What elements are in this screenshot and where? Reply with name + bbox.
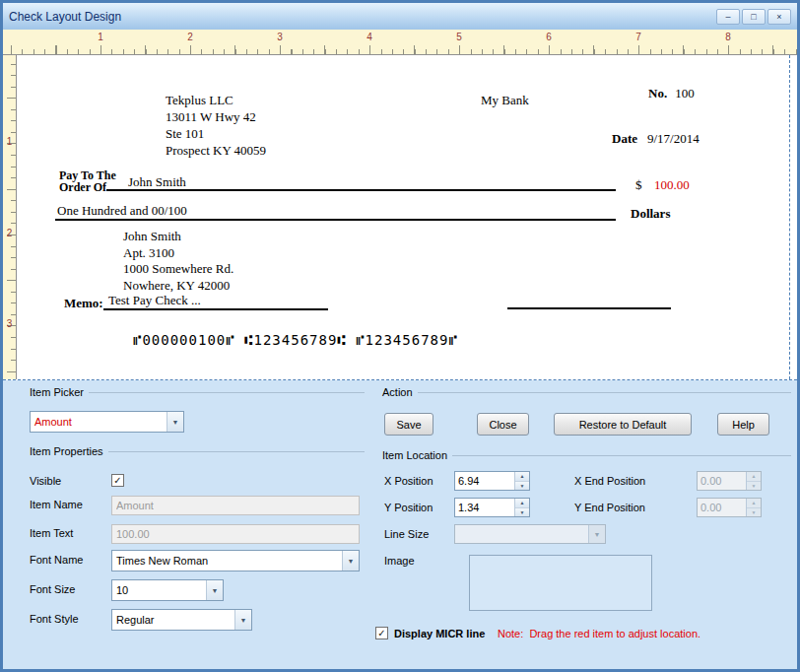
ruler-major-ticks xyxy=(11,45,797,54)
chevron-down-icon: ▼ xyxy=(588,525,605,543)
spin-down-icon[interactable]: ▼ xyxy=(515,482,529,491)
x-end-position-spinner: ▲ ▼ xyxy=(697,471,762,491)
spinner-buttons: ▲ ▼ xyxy=(514,472,529,490)
ruler-number: 2 xyxy=(183,32,197,42)
ruler-number: 8 xyxy=(721,32,735,42)
payee-address-line: 1000 Somewhere Rd. xyxy=(123,261,233,278)
window-controls: – □ × xyxy=(716,9,791,25)
line-size-select: ▼ xyxy=(454,524,606,544)
amount-words: One Hundred and 00/100 xyxy=(57,203,187,218)
payee-line[interactable]: John Smith xyxy=(106,174,616,191)
ruler-number: 3 xyxy=(273,32,287,42)
checkmark-icon: ✓ xyxy=(377,629,385,638)
group-item-picker: Item Picker xyxy=(30,386,365,398)
spin-up-icon[interactable]: ▲ xyxy=(515,472,529,482)
ruler-number: 4 xyxy=(363,32,376,42)
check-layout-design-window: Check Layout Design – □ × 1 2 3 4 5 6 7 … xyxy=(0,0,800,672)
drag-note: Note: Drag the red item to adjust locati… xyxy=(498,628,700,639)
line-size-value xyxy=(455,525,588,543)
font-size-value: 10 xyxy=(112,580,206,600)
properties-panel: Item Picker Amount ▼ Item Properties Vis… xyxy=(3,380,797,669)
check-date[interactable]: Date 9/17/2014 xyxy=(612,131,700,147)
window-title: Check Layout Design xyxy=(9,10,121,24)
restore-to-default-button[interactable]: Restore to Default xyxy=(554,413,692,436)
spin-up-icon[interactable]: ▲ xyxy=(515,499,529,508)
spin-down-icon[interactable]: ▼ xyxy=(515,508,529,517)
bank-name[interactable]: My Bank xyxy=(481,93,529,108)
help-button[interactable]: Help xyxy=(717,413,769,436)
payer-address-block[interactable]: Tekplus LLC 13011 W Hwy 42 Ste 101 Prosp… xyxy=(166,92,266,159)
amount-value[interactable]: 100.00 xyxy=(654,177,690,193)
visible-checkbox[interactable]: ✓ xyxy=(111,474,124,487)
item-name-field xyxy=(111,496,360,515)
spin-down-icon: ▼ xyxy=(747,482,761,491)
ruler-number: 5 xyxy=(452,32,466,42)
font-name-select[interactable]: Times New Roman ▼ xyxy=(111,550,360,571)
font-size-select[interactable]: 10 ▼ xyxy=(111,579,224,601)
ruler-number: 1 xyxy=(94,32,107,42)
chevron-down-icon[interactable]: ▼ xyxy=(206,580,223,600)
ruler-number: 2 xyxy=(4,228,15,238)
item-picker-value: Amount xyxy=(31,412,167,432)
chevron-down-icon[interactable]: ▼ xyxy=(234,610,251,630)
chevron-down-icon[interactable]: ▼ xyxy=(167,412,183,432)
payee-name: John Smith xyxy=(128,174,186,189)
page-margin-guide xyxy=(789,55,790,379)
x-position-label: X Position xyxy=(384,475,433,487)
spin-up-icon: ▲ xyxy=(747,499,761,508)
line-size-label: Line Size xyxy=(384,528,429,540)
check-preview-canvas[interactable]: Tekplus LLC 13011 W Hwy 42 Ste 101 Prosp… xyxy=(17,55,797,379)
group-divider xyxy=(452,455,791,456)
ruler-number: 1 xyxy=(4,136,15,147)
y-position-input[interactable] xyxy=(455,499,514,516)
y-position-label: Y Position xyxy=(384,502,433,513)
display-micr-label[interactable]: Display MICR line xyxy=(394,628,485,639)
x-position-spinner[interactable]: ▲ ▼ xyxy=(454,471,530,491)
close-button[interactable]: × xyxy=(767,9,791,25)
close-layout-button[interactable]: Close xyxy=(477,413,529,436)
maximize-button[interactable]: □ xyxy=(742,9,766,25)
ruler-number: 7 xyxy=(632,32,645,42)
vertical-ruler: 1 2 3 xyxy=(3,55,17,379)
check-design-area: 1 2 3 Tekplus LLC 13011 W Hwy 42 Ste 101… xyxy=(3,55,797,380)
payee-address-block[interactable]: John Smith Apt. 3100 1000 Somewhere Rd. … xyxy=(123,229,233,294)
image-label: Image xyxy=(384,555,415,567)
item-name-label: Item Name xyxy=(30,499,83,510)
image-preview-box[interactable] xyxy=(469,555,652,611)
payer-line: 13011 W Hwy 42 xyxy=(166,108,266,125)
spinner-buttons: ▲ ▼ xyxy=(746,499,761,516)
display-micr-checkbox[interactable]: ✓ xyxy=(375,627,388,639)
titlebar[interactable]: Check Layout Design – □ × xyxy=(3,3,797,30)
group-title: Item Properties xyxy=(30,445,103,457)
x-end-position-label: X End Position xyxy=(574,475,645,487)
micr-line[interactable]: ⑈000000100⑈ ⑆123456789⑆ ⑈123456789⑈ xyxy=(133,332,458,348)
group-divider xyxy=(108,451,365,452)
date-label: Date xyxy=(612,131,637,147)
font-name-label: Font Name xyxy=(30,554,83,566)
save-button[interactable]: Save xyxy=(384,413,433,436)
group-title: Item Location xyxy=(382,449,447,461)
payer-line: Ste 101 xyxy=(166,125,266,142)
signature-line xyxy=(507,307,671,309)
font-name-value: Times New Roman xyxy=(112,551,342,571)
y-end-position-label: Y End Position xyxy=(574,502,645,513)
font-style-label: Font Style xyxy=(30,613,79,625)
group-title: Item Picker xyxy=(30,386,84,398)
spinner-buttons: ▲ ▼ xyxy=(514,499,529,516)
ruler-number: 3 xyxy=(4,318,15,329)
group-action: Action xyxy=(382,386,791,398)
spin-down-icon: ▼ xyxy=(747,508,761,517)
check-number[interactable]: No. 100 xyxy=(648,86,695,101)
x-position-input[interactable] xyxy=(455,472,514,490)
memo-label: Memo: xyxy=(64,296,103,311)
chevron-down-icon[interactable]: ▼ xyxy=(342,551,359,571)
y-position-spinner[interactable]: ▲ ▼ xyxy=(454,498,530,517)
currency-symbol: $ xyxy=(635,177,642,193)
amount-words-line[interactable]: One Hundred and 00/100 xyxy=(55,203,616,221)
font-style-select[interactable]: Regular ▼ xyxy=(111,609,252,631)
item-picker-select[interactable]: Amount ▼ xyxy=(30,411,184,433)
group-item-location: Item Location xyxy=(382,449,791,461)
minimize-button[interactable]: – xyxy=(716,9,740,25)
memo-line[interactable]: Test Pay Check ... xyxy=(103,293,328,310)
dollars-label: Dollars xyxy=(631,206,670,222)
